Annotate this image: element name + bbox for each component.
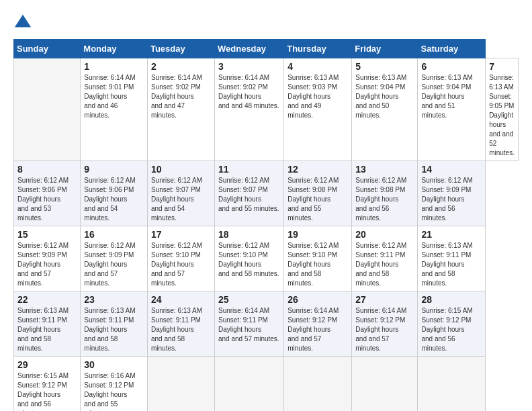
calendar-day: 14Sunrise: 6:12 AMSunset: 9:09 PMDayligh…: [418, 161, 486, 226]
daylight-label: Daylight hours: [355, 195, 398, 203]
sunset-text: Sunset: 9:04 PM: [421, 83, 471, 91]
sunrise-text: Sunrise: 6:14 AM: [355, 307, 406, 314]
day-info: Sunrise: 6:12 AMSunset: 9:09 PMDaylight …: [84, 241, 144, 288]
sunset-text: Sunset: 9:11 PM: [17, 316, 67, 324]
daylight-label: Daylight hours: [287, 261, 330, 268]
daylight-duration: and and 56 minutes.: [421, 335, 455, 352]
sunrise-text: Sunrise: 6:14 AM: [218, 307, 269, 314]
day-info: Sunrise: 6:12 AMSunset: 9:11 PMDaylight …: [355, 241, 414, 288]
sunset-text: Sunset: 9:12 PM: [84, 381, 134, 389]
daylight-label: Daylight hours: [151, 195, 194, 203]
day-number: 10: [151, 164, 211, 175]
day-info: Sunrise: 6:13 AMSunset: 9:11 PMDaylight …: [84, 306, 144, 353]
daylight-label: Daylight hours: [17, 326, 60, 333]
col-header-monday: Monday: [81, 40, 148, 58]
daylight-duration: and and 56 minutes.: [355, 205, 389, 222]
day-info: Sunrise: 6:12 AMSunset: 9:09 PMDaylight …: [17, 241, 77, 288]
logo: [13, 13, 35, 32]
calendar-day: 1Sunrise: 6:14 AMSunset: 9:01 PMDaylight…: [81, 58, 148, 161]
sunset-text: Sunset: 9:09 PM: [17, 251, 67, 259]
day-info: Sunrise: 6:13 AMSunset: 9:03 PMDaylight …: [287, 73, 348, 120]
daylight-label: Daylight hours: [421, 93, 464, 100]
page-header: [13, 13, 519, 32]
day-number: 4: [287, 61, 348, 72]
sunset-text: Sunset: 9:12 PM: [421, 316, 471, 324]
sunrise-text: Sunrise: 6:12 AM: [355, 242, 406, 249]
day-info: Sunrise: 6:12 AMSunset: 9:10 PMDaylight …: [218, 241, 280, 279]
calendar-day: 12Sunrise: 6:12 AMSunset: 9:08 PMDayligh…: [284, 161, 352, 226]
sunset-text: Sunset: 9:10 PM: [218, 251, 268, 259]
calendar-header-row: SundayMondayTuesdayWednesdayThursdayFrid…: [14, 40, 519, 58]
sunset-text: Sunset: 9:11 PM: [151, 316, 201, 324]
calendar-day: 27Sunrise: 6:14 AMSunset: 9:12 PMDayligh…: [352, 291, 418, 357]
day-info: Sunrise: 6:15 AMSunset: 9:12 PMDaylight …: [17, 371, 77, 411]
calendar-day: 15Sunrise: 6:12 AMSunset: 9:09 PMDayligh…: [14, 226, 81, 291]
col-header-sunday: Sunday: [14, 40, 81, 58]
sunset-text: Sunset: 9:02 PM: [218, 83, 268, 91]
daylight-duration: and and 53 minutes.: [17, 205, 51, 222]
sunset-text: Sunset: 9:11 PM: [218, 316, 268, 324]
col-header-friday: Friday: [352, 40, 418, 58]
calendar-day: 19Sunrise: 6:12 AMSunset: 9:10 PMDayligh…: [284, 226, 352, 291]
day-info: Sunrise: 6:12 AMSunset: 9:08 PMDaylight …: [355, 176, 414, 223]
sunset-text: Sunset: 9:11 PM: [421, 251, 471, 259]
day-info: Sunrise: 6:12 AMSunset: 9:07 PMDaylight …: [218, 176, 280, 214]
day-info: Sunrise: 6:12 AMSunset: 9:06 PMDaylight …: [84, 176, 144, 223]
sunrise-text: Sunrise: 6:13 AM: [17, 307, 69, 314]
daylight-duration: and and 52 minutes.: [489, 130, 515, 156]
sunrise-text: Sunrise: 6:12 AM: [287, 242, 339, 249]
day-number: 23: [84, 294, 144, 305]
daylight-duration: and and 57 minutes.: [355, 335, 389, 352]
sunrise-text: Sunrise: 6:14 AM: [218, 74, 269, 81]
day-info: Sunrise: 6:16 AMSunset: 9:12 PMDaylight …: [84, 371, 144, 411]
daylight-label: Daylight hours: [17, 391, 60, 398]
daylight-duration: and and 58 minutes.: [151, 335, 185, 352]
daylight-label: Daylight hours: [355, 93, 398, 100]
daylight-duration: and and 55 minutes.: [84, 400, 118, 411]
sunrise-text: Sunrise: 6:12 AM: [218, 242, 269, 249]
calendar-week-row: 15Sunrise: 6:12 AMSunset: 9:09 PMDayligh…: [14, 226, 519, 291]
calendar-day: 13Sunrise: 6:12 AMSunset: 9:08 PMDayligh…: [352, 161, 418, 226]
daylight-duration: and and 56 minutes.: [421, 205, 455, 222]
day-number: 25: [218, 294, 280, 305]
daylight-label: Daylight hours: [84, 261, 127, 268]
day-number: 28: [421, 294, 482, 305]
day-number: 22: [17, 294, 77, 305]
sunset-text: Sunset: 9:07 PM: [151, 186, 201, 193]
sunrise-text: Sunrise: 6:13 AM: [355, 74, 406, 81]
daylight-duration: and and 48 minutes.: [218, 102, 279, 109]
calendar-day: 26Sunrise: 6:14 AMSunset: 9:12 PMDayligh…: [284, 291, 352, 357]
calendar-day: [352, 357, 418, 412]
sunset-text: Sunset: 9:02 PM: [151, 83, 201, 91]
day-number: 6: [421, 61, 482, 72]
sunset-text: Sunset: 9:09 PM: [84, 251, 134, 259]
daylight-label: Daylight hours: [17, 195, 60, 203]
calendar-day: 17Sunrise: 6:12 AMSunset: 9:10 PMDayligh…: [147, 226, 214, 291]
daylight-duration: and and 57 minutes.: [151, 270, 185, 287]
calendar-day: 23Sunrise: 6:13 AMSunset: 9:11 PMDayligh…: [81, 291, 148, 357]
sunrise-text: Sunrise: 6:13 AM: [84, 307, 135, 314]
daylight-label: Daylight hours: [489, 111, 513, 128]
sunrise-text: Sunrise: 6:13 AM: [421, 74, 472, 81]
sunset-text: Sunset: 9:09 PM: [421, 186, 471, 193]
daylight-duration: and and 57 minutes.: [84, 270, 118, 287]
day-info: Sunrise: 6:15 AMSunset: 9:12 PMDaylight …: [421, 306, 482, 353]
daylight-duration: and and 54 minutes.: [151, 205, 185, 222]
sunrise-text: Sunrise: 6:12 AM: [151, 242, 202, 249]
daylight-label: Daylight hours: [421, 326, 464, 333]
sunrise-text: Sunrise: 6:12 AM: [17, 242, 69, 249]
sunrise-text: Sunrise: 6:12 AM: [84, 242, 135, 249]
sunset-text: Sunset: 9:12 PM: [355, 316, 405, 324]
daylight-label: Daylight hours: [151, 261, 194, 268]
daylight-label: Daylight hours: [287, 93, 330, 100]
daylight-label: Daylight hours: [151, 93, 194, 100]
sunrise-text: Sunrise: 6:12 AM: [355, 177, 406, 184]
day-number: 29: [17, 359, 77, 370]
daylight-label: Daylight hours: [287, 195, 330, 203]
col-header-saturday: Saturday: [418, 40, 486, 58]
calendar-week-row: 22Sunrise: 6:13 AMSunset: 9:11 PMDayligh…: [14, 291, 519, 357]
daylight-duration: and and 54 minutes.: [84, 205, 118, 222]
sunset-text: Sunset: 9:08 PM: [287, 186, 337, 193]
col-header-thursday: Thursday: [284, 40, 352, 58]
day-number: 2: [151, 61, 211, 72]
